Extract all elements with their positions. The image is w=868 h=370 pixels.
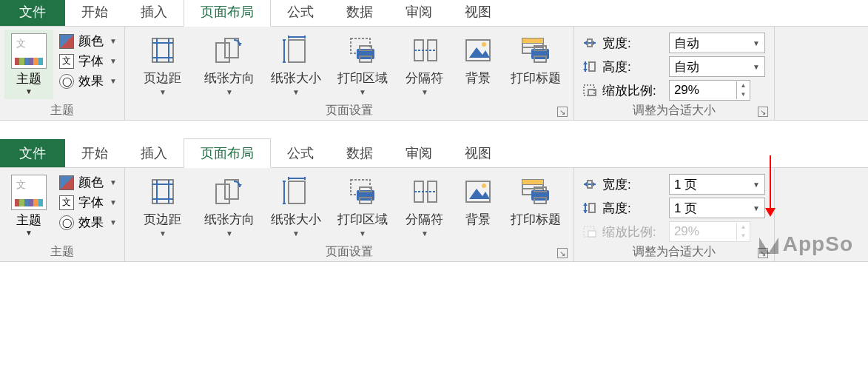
background-icon bbox=[463, 36, 493, 65]
scale-icon bbox=[582, 84, 598, 97]
tab-formulas[interactable]: 公式 bbox=[271, 139, 330, 167]
orientation-button[interactable]: 纸张方向 ▼ bbox=[196, 30, 263, 99]
print-titles-button[interactable]: 打印标题 bbox=[502, 30, 569, 90]
width-dropdown[interactable]: 1 页 ▼ bbox=[669, 174, 765, 195]
effects-button[interactable]: ◯ 效果 ▼ bbox=[59, 73, 117, 90]
dropdown-icon: ▼ bbox=[753, 39, 760, 47]
dropdown-icon: ▼ bbox=[359, 229, 366, 238]
height-icon bbox=[582, 201, 598, 215]
orientation-label: 纸张方向 bbox=[204, 70, 255, 87]
fonts-icon: 文 bbox=[59, 195, 74, 210]
print-area-button[interactable]: 打印区域 ▼ bbox=[329, 30, 396, 99]
width-label: 宽度: bbox=[602, 176, 665, 193]
scale-label: 缩放比例: bbox=[602, 82, 665, 99]
svg-rect-81 bbox=[589, 204, 595, 212]
dropdown-icon: ▼ bbox=[25, 87, 33, 95]
print-titles-icon bbox=[519, 177, 552, 206]
dropdown-icon: ▼ bbox=[753, 63, 760, 71]
tab-view[interactable]: 视图 bbox=[448, 139, 508, 167]
height-dropdown[interactable]: 1 页 ▼ bbox=[669, 198, 765, 218]
print-area-label: 打印区域 bbox=[337, 70, 388, 87]
height-value: 1 页 bbox=[674, 200, 697, 217]
svg-marker-75 bbox=[584, 182, 587, 186]
group-page-setup: 页边距 ▼ 纸张方向 ▼ 纸张大小 ▼ 打印区域 ▼ bbox=[125, 27, 574, 120]
svg-marker-38 bbox=[583, 69, 588, 72]
breaks-label: 分隔符 bbox=[406, 211, 443, 228]
tab-insert[interactable]: 插入 bbox=[124, 0, 184, 26]
group-page-setup-label: 页面设置 bbox=[326, 244, 373, 260]
print-titles-button[interactable]: 打印标题 bbox=[502, 171, 569, 231]
svg-marker-34 bbox=[593, 41, 596, 45]
tab-data[interactable]: 数据 bbox=[330, 0, 389, 26]
orientation-button[interactable]: 纸张方向 ▼ bbox=[196, 171, 263, 240]
themes-button[interactable]: 文 主题 ▼ bbox=[4, 30, 53, 99]
breaks-label: 分隔符 bbox=[406, 70, 443, 87]
breaks-icon bbox=[410, 177, 440, 206]
effects-button[interactable]: ◯ 效果 ▼ bbox=[59, 214, 117, 231]
tab-review[interactable]: 审阅 bbox=[389, 0, 448, 26]
tab-view[interactable]: 视图 bbox=[448, 0, 508, 26]
svg-marker-76 bbox=[593, 182, 596, 186]
effects-label: 效果 bbox=[78, 73, 104, 90]
effects-label: 效果 bbox=[78, 214, 104, 231]
group-scale-to-fit: 宽度: 自动 ▼ 高度: 自动 ▼ bbox=[574, 27, 775, 120]
tab-data[interactable]: 数据 bbox=[330, 139, 389, 167]
tab-strip: 文件 开始 插入 页面布局 公式 数据 审阅 视图 bbox=[0, 0, 868, 27]
group-themes: 文 主题 ▼ 颜色 ▼ 文 字体 ▼ bbox=[0, 168, 125, 261]
print-area-button[interactable]: 打印区域 ▼ bbox=[329, 171, 396, 240]
fonts-button[interactable]: 文 字体 ▼ bbox=[59, 194, 117, 211]
tab-review[interactable]: 审阅 bbox=[389, 139, 448, 167]
background-button[interactable]: 背景 bbox=[454, 30, 502, 90]
tab-file[interactable]: 文件 bbox=[0, 139, 65, 167]
tab-file[interactable]: 文件 bbox=[0, 0, 65, 26]
size-button[interactable]: 纸张大小 ▼ bbox=[263, 30, 329, 99]
tab-strip: 文件 开始 插入 页面布局 公式 数据 审阅 视图 bbox=[0, 141, 868, 168]
orientation-icon bbox=[213, 177, 246, 206]
orientation-icon bbox=[213, 36, 246, 65]
svg-rect-70 bbox=[522, 180, 543, 184]
dropdown-icon: ▼ bbox=[110, 77, 117, 85]
scale-spinner[interactable]: 29% ▲▼ bbox=[669, 80, 750, 101]
spinner-down[interactable]: ▼ bbox=[737, 90, 750, 99]
background-button[interactable]: 背景 bbox=[454, 171, 502, 231]
print-area-icon bbox=[346, 177, 379, 206]
svg-rect-17 bbox=[360, 46, 371, 50]
margins-button[interactable]: 页边距 ▼ bbox=[129, 30, 196, 99]
margins-button[interactable]: 页边距 ▼ bbox=[129, 171, 196, 240]
tab-formulas[interactable]: 公式 bbox=[271, 0, 330, 26]
themes-icon: 文 bbox=[11, 33, 47, 69]
dropdown-icon: ▼ bbox=[421, 88, 428, 96]
dropdown-icon: ▼ bbox=[159, 229, 166, 238]
scale-label: 缩放比例: bbox=[602, 223, 665, 240]
breaks-button[interactable]: 分隔符 ▼ bbox=[396, 30, 454, 99]
spinner-up[interactable]: ▲ bbox=[737, 81, 750, 90]
tab-page-layout[interactable]: 页面布局 bbox=[184, 138, 271, 168]
dropdown-icon: ▼ bbox=[292, 229, 300, 238]
tab-home[interactable]: 开始 bbox=[65, 139, 124, 167]
scale-launcher[interactable]: ↘ bbox=[758, 107, 768, 117]
breaks-button[interactable]: 分隔符 ▼ bbox=[396, 171, 454, 240]
size-button[interactable]: 纸张大小 ▼ bbox=[263, 171, 329, 240]
page-setup-launcher[interactable]: ↘ bbox=[557, 107, 568, 117]
svg-rect-62 bbox=[428, 181, 437, 202]
themes-button[interactable]: 文 主题 ▼ bbox=[4, 171, 53, 240]
dropdown-icon: ▼ bbox=[159, 88, 166, 96]
print-area-icon bbox=[346, 36, 379, 65]
width-dropdown[interactable]: 自动 ▼ bbox=[669, 33, 765, 53]
dropdown-icon: ▼ bbox=[110, 37, 117, 45]
page-setup-launcher[interactable]: ↘ bbox=[557, 248, 568, 258]
fonts-button[interactable]: 文 字体 ▼ bbox=[59, 53, 117, 70]
tab-home[interactable]: 开始 bbox=[65, 0, 124, 26]
background-label: 背景 bbox=[465, 70, 491, 87]
tab-page-layout[interactable]: 页面布局 bbox=[184, 0, 271, 27]
height-dropdown[interactable]: 自动 ▼ bbox=[669, 56, 765, 77]
svg-marker-23 bbox=[469, 47, 490, 58]
tab-insert[interactable]: 插入 bbox=[124, 139, 184, 167]
dropdown-icon: ▼ bbox=[753, 204, 760, 212]
colors-button[interactable]: 颜色 ▼ bbox=[59, 174, 117, 191]
dropdown-icon: ▼ bbox=[421, 229, 428, 238]
colors-button[interactable]: 颜色 ▼ bbox=[59, 33, 117, 50]
dropdown-icon: ▼ bbox=[110, 218, 117, 226]
annotation-arrow-icon bbox=[770, 155, 771, 215]
svg-rect-20 bbox=[428, 40, 437, 61]
